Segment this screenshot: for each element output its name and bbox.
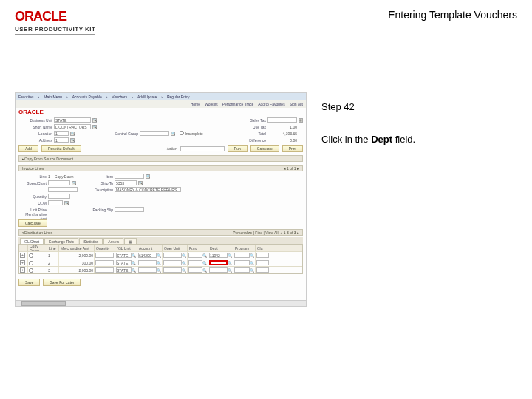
tab-stats[interactable]: Statistics: [79, 238, 103, 244]
dept-field[interactable]: [209, 260, 228, 265]
table-row: + 1 2,000.00 STATE🔍 614200🔍 🔍 🔍 11042🔍 🔍: [19, 251, 302, 259]
address-input[interactable]: 1: [54, 137, 69, 143]
cla-cell[interactable]: [256, 267, 269, 273]
brand-logo-group: ORACLE USER PRODUCTIVITY KIT: [15, 9, 95, 35]
shortname-input[interactable]: L.CONTRACTORS: [54, 124, 91, 129]
instruction-text: Click in the Dept field.: [321, 133, 517, 146]
qty-cell[interactable]: [95, 260, 114, 265]
speedchart-input[interactable]: [48, 180, 70, 185]
address-label: Address: [18, 138, 52, 143]
run-button[interactable]: Run: [228, 145, 248, 152]
field-input[interactable]: [48, 187, 78, 192]
acct-cell[interactable]: 614200: [138, 253, 157, 258]
add-button[interactable]: Add: [18, 145, 38, 152]
oper-cell[interactable]: [163, 253, 182, 258]
print-button[interactable]: Print: [282, 145, 303, 152]
desc-input[interactable]: MASONRY & CONCRETE REPAIRS: [115, 187, 181, 192]
total-label: Total: [238, 132, 266, 136]
location-label: Location: [18, 132, 52, 136]
action-label: Action: [167, 146, 177, 151]
expand-icon[interactable]: +: [20, 253, 25, 258]
bu-label: Business Unit: [18, 118, 52, 123]
fund-cell[interactable]: [188, 253, 202, 258]
ctrl-input[interactable]: [140, 131, 169, 136]
lookup-icon[interactable]: 🔍: [92, 118, 97, 123]
cla-cell[interactable]: [256, 260, 269, 265]
incomplete-checkbox[interactable]: [180, 131, 184, 135]
oper-cell[interactable]: [163, 260, 182, 265]
usetax-label: Use Tax: [238, 125, 266, 129]
acct-cell[interactable]: [138, 267, 157, 273]
diff-label: Difference: [238, 138, 266, 143]
dept-cell[interactable]: 11042: [209, 253, 228, 258]
product-name: USER PRODUCTIVITY KIT: [15, 26, 95, 33]
lookup-icon[interactable]: 🔍: [92, 125, 97, 129]
shortname-label: Short Name: [18, 125, 52, 129]
app-screenshot: Favorites› Main Menu› Accounts Payable› …: [15, 92, 307, 307]
table-row: + 2 300.00 STATE🔍 🔍 🔍 🔍 🔍 🔍: [19, 259, 302, 266]
step-label: Step 42: [321, 101, 517, 112]
lookup-icon[interactable]: 🔍: [70, 132, 75, 136]
location-input[interactable]: 1: [54, 131, 69, 136]
acct-cell[interactable]: [138, 260, 157, 265]
fund-cell[interactable]: [188, 260, 202, 265]
invoicelines-header: Invoice Lines◂ 1 of 1 ▸: [18, 165, 303, 171]
item-input[interactable]: [115, 174, 144, 179]
copydown-checkbox[interactable]: [29, 253, 33, 258]
fund-cell[interactable]: [188, 267, 202, 273]
qty-cell[interactable]: [95, 253, 114, 258]
uom-input[interactable]: [48, 200, 63, 205]
cla-cell[interactable]: [256, 253, 269, 258]
lookup-icon[interactable]: 🔍: [72, 181, 76, 185]
copydown-checkbox[interactable]: [29, 261, 33, 265]
dist-nav[interactable]: Personalize | Find | View All: [233, 231, 278, 235]
copydown-checkbox[interactable]: [29, 268, 33, 273]
instruction-panel: Step 42 Click in the Dept field.: [321, 92, 517, 307]
expand-icon[interactable]: +: [20, 267, 25, 273]
usetax-val: 1.00: [267, 125, 297, 129]
prog-cell[interactable]: [234, 260, 250, 265]
lookup-icon[interactable]: 🔍: [64, 201, 69, 205]
unit-cell[interactable]: STATE: [116, 267, 132, 273]
prog-cell[interactable]: [234, 267, 250, 273]
oracle-logo: ORACLE: [15, 9, 95, 24]
lookup-icon[interactable]: 🔍: [70, 138, 75, 143]
app-logo: ORACLE: [18, 109, 44, 115]
dist-tabs: GL Chart Exchange Rate Statistics Assets…: [18, 237, 303, 244]
save-button[interactable]: Save: [18, 279, 40, 286]
dist-table: Copy Down Line Merchandise Amt Quantity …: [18, 244, 303, 274]
copydown-link[interactable]: Copy Down: [55, 174, 74, 179]
unit-cell[interactable]: STATE: [116, 260, 132, 265]
salestax-input[interactable]: [267, 117, 297, 123]
lookup-icon[interactable]: 🔍: [138, 181, 143, 185]
packslip-input[interactable]: [115, 207, 144, 212]
tab-glchart[interactable]: GL Chart: [20, 238, 44, 244]
prog-cell[interactable]: [234, 253, 250, 258]
tab-assets[interactable]: Assets: [103, 238, 123, 244]
qty-input[interactable]: [48, 194, 70, 199]
action-select[interactable]: [180, 146, 225, 151]
bu-input[interactable]: STATE: [54, 117, 91, 123]
tab-exchange[interactable]: Exchange Rate: [44, 238, 78, 244]
lookup-icon[interactable]: 🔍: [146, 174, 150, 179]
dept-cell[interactable]: [209, 267, 228, 273]
header-divider: [15, 34, 95, 35]
save-later-button[interactable]: Save For Later: [43, 279, 81, 286]
calendar-icon[interactable]: ▦: [299, 118, 303, 123]
diff-val: 0.00: [267, 138, 297, 143]
copyfrom-header[interactable]: ▸ Copy From Source Document: [18, 155, 303, 162]
calc-button[interactable]: Calculate: [250, 145, 279, 152]
shipto-input[interactable]: 5353: [115, 180, 137, 185]
lookup-icon[interactable]: 🔍: [171, 132, 175, 136]
page-title: Entering Template Vouchers: [388, 9, 517, 21]
breadcrumb: Favorites› Main Menu› Accounts Payable› …: [16, 93, 306, 100]
expand-icon[interactable]: +: [20, 260, 25, 265]
qty-cell[interactable]: [95, 267, 114, 273]
salestax-label: Sales Tax: [238, 118, 266, 123]
horizontal-scrollbar[interactable]: [16, 300, 306, 306]
unit-cell[interactable]: STATE: [116, 253, 132, 258]
reset-button[interactable]: Reset to Default: [41, 145, 81, 152]
tab-expand-icon[interactable]: ▦: [124, 238, 137, 244]
line-calc-button[interactable]: Calculate: [18, 219, 47, 227]
oper-cell[interactable]: [163, 267, 182, 273]
